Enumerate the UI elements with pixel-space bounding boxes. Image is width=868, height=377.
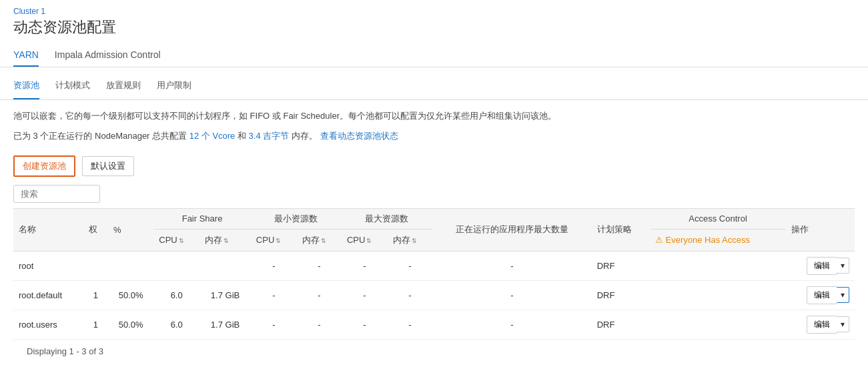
search-input[interactable] — [13, 185, 100, 203]
th-fair-mem: 内存⇅ — [199, 229, 251, 251]
default-settings-button[interactable]: 默认设置 — [82, 156, 134, 176]
footer-text: Displaying 1 - 3 of 3 — [13, 340, 855, 363]
edit-button[interactable]: 编辑 — [807, 257, 837, 275]
cell-actions: 编辑▾ — [786, 310, 855, 339]
th-actions: 操作 — [786, 208, 855, 251]
table-row: root.users 1 50.0% 6.0 1.7 GiB - - - - -… — [13, 310, 855, 339]
table-row: root.default 1 50.0% 6.0 1.7 GiB - - - -… — [13, 280, 855, 310]
tab-yarn[interactable]: YARN — [13, 43, 39, 67]
cell-schedule: DRF — [592, 310, 650, 339]
cell-name: root — [13, 251, 83, 280]
cell-actions: 编辑▾ — [786, 280, 855, 310]
cell-access — [650, 280, 785, 310]
sub-tab-placement[interactable]: 放置规则 — [106, 75, 141, 99]
node-info: 已为 3 个正在运行的 NodeManager 总共配置 12 个 Vcore … — [0, 127, 868, 150]
table-area: 名称 权 % Fair Share 最小资源数 最大资源数 正在运行的应用程序最… — [0, 185, 868, 363]
cell-max-cpu: - — [342, 310, 388, 339]
th-min-cpu: CPU⇅ — [251, 229, 297, 251]
breadcrumb[interactable]: Cluster 1 — [0, 0, 868, 17]
cell-running-apps: - — [432, 251, 592, 280]
cell-max-mem: - — [388, 310, 432, 339]
cell-min-cpu: - — [251, 251, 297, 280]
cell-name: root.default — [13, 280, 83, 310]
cell-access — [650, 310, 785, 339]
cell-percent — [108, 251, 153, 280]
th-max-cpu: CPU⇅ — [342, 229, 388, 251]
th-everyone-access: ⚠Everyone Has Access — [650, 229, 785, 251]
cell-access — [650, 251, 785, 280]
edit-button[interactable]: 编辑 — [807, 286, 837, 304]
tab-impala[interactable]: Impala Admission Control — [55, 43, 161, 67]
th-max-res: 最大资源数 — [342, 208, 432, 229]
table-row: root - - - - - DRF 编辑▾ — [13, 251, 855, 280]
cell-fair-mem: 1.7 GiB — [199, 280, 251, 310]
th-min-res: 最小资源数 — [251, 208, 342, 229]
cell-max-mem: - — [388, 251, 432, 280]
edit-button[interactable]: 编辑 — [807, 316, 837, 334]
create-resource-pool-button[interactable]: 创建资源池 — [13, 155, 75, 177]
cell-fair-cpu: 6.0 — [153, 310, 199, 339]
description: 池可以嵌套，它的每一个级别都可以支持不同的计划程序，如 FIFO 或 Fair … — [0, 100, 868, 127]
page-title: 动态资源池配置 — [0, 17, 868, 43]
cell-fair-mem — [199, 251, 251, 280]
th-fair-cpu: CPU⇅ — [153, 229, 199, 251]
sub-tab-plan[interactable]: 计划模式 — [55, 75, 90, 99]
cell-min-mem: - — [297, 280, 342, 310]
cell-percent: 50.0% — [108, 280, 153, 310]
cell-min-mem: - — [297, 251, 342, 280]
sub-tab-resources[interactable]: 资源池 — [13, 75, 39, 99]
th-access-control: Access Control — [650, 208, 785, 229]
cell-weight — [83, 251, 108, 280]
cell-name: root.users — [13, 310, 83, 339]
th-schedule: 计划策略 — [592, 208, 650, 251]
dropdown-toggle[interactable]: ▾ — [837, 287, 849, 303]
cell-max-cpu: - — [342, 280, 388, 310]
pool-status-link[interactable]: 查看动态资源池状态 — [320, 131, 398, 141]
cell-max-cpu: - — [342, 251, 388, 280]
cell-running-apps: - — [432, 280, 592, 310]
th-min-mem: 内存⇅ — [297, 229, 342, 251]
th-fair-share: Fair Share — [153, 208, 251, 229]
cell-running-apps: - — [432, 310, 592, 339]
cell-schedule: DRF — [592, 251, 650, 280]
cell-weight: 1 — [83, 280, 108, 310]
cell-fair-mem: 1.7 GiB — [199, 310, 251, 339]
cell-schedule: DRF — [592, 280, 650, 310]
cell-min-mem: - — [297, 310, 342, 339]
th-max-mem: 内存⇅ — [388, 229, 432, 251]
dropdown-toggle[interactable]: ▾ — [837, 258, 849, 274]
cell-fair-cpu: 6.0 — [153, 280, 199, 310]
cell-fair-cpu — [153, 251, 199, 280]
dropdown-toggle[interactable]: ▾ — [837, 316, 849, 332]
cell-percent: 50.0% — [108, 310, 153, 339]
toolbar: 创建资源池 默认设置 — [0, 150, 868, 185]
th-percent: % — [108, 208, 153, 251]
resource-pool-table: 名称 权 % Fair Share 最小资源数 最大资源数 正在运行的应用程序最… — [13, 208, 855, 340]
memory-link: 3.4 吉字节 — [249, 131, 290, 141]
top-tabs: YARN Impala Admission Control — [0, 43, 868, 67]
cell-min-cpu: - — [251, 280, 297, 310]
th-running-apps: 正在运行的应用程序最大数量 — [432, 208, 592, 251]
th-weight: 权 — [83, 208, 108, 251]
th-name: 名称 — [13, 208, 83, 251]
sub-tab-user-limits[interactable]: 用户限制 — [157, 75, 191, 99]
sub-tabs: 资源池 计划模式 放置规则 用户限制 — [0, 67, 868, 100]
cell-actions: 编辑▾ — [786, 251, 855, 280]
cell-min-cpu: - — [251, 310, 297, 339]
cell-weight: 1 — [83, 310, 108, 339]
cell-max-mem: - — [388, 280, 432, 310]
vcores-link: 12 个 Vcore — [189, 131, 236, 141]
